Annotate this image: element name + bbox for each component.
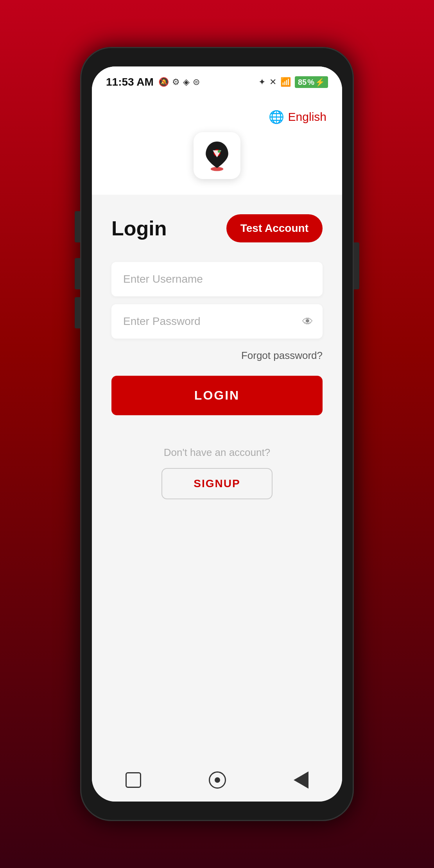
forgot-password-link[interactable]: Forgot password? — [111, 350, 323, 362]
login-button[interactable]: LOGIN — [111, 376, 323, 415]
status-left: 11:53 AM 🔕 ⚙ ◈ ⊜ — [106, 76, 200, 88]
status-right: ✦ ✕ 📶 85 % ⚡ — [258, 76, 328, 88]
battery-charge-icon: ⚡ — [315, 77, 325, 87]
logo-svg — [199, 138, 235, 173]
battery-percent: % — [307, 78, 314, 87]
test-account-button[interactable]: Test Account — [226, 214, 323, 242]
settings-icon: ⚙ — [172, 77, 180, 87]
status-bar: 11:53 AM 🔕 ⚙ ◈ ⊜ ✦ ✕ 📶 85 % ⚡ — [92, 66, 342, 98]
nav-home-circle-icon[interactable] — [209, 771, 226, 789]
battery-indicator: 85 % ⚡ — [295, 76, 328, 88]
bluetooth-icon: ✦ — [258, 77, 265, 87]
nav-back-triangle-icon[interactable] — [294, 771, 308, 789]
nav-bar — [92, 762, 342, 802]
signup-button[interactable]: SIGNUP — [161, 468, 272, 499]
language-row: 🌐 English — [108, 109, 326, 124]
battery-level: 85 — [298, 78, 307, 87]
status-time: 11:53 AM — [106, 76, 154, 88]
status-icons: 🔕 ⚙ ◈ ⊜ — [158, 77, 200, 87]
password-field-row: 👁 — [111, 304, 323, 339]
app-content: 🌐 English — [92, 98, 342, 762]
username-input[interactable] — [111, 262, 323, 296]
login-header: Login Test Account — [111, 214, 323, 242]
app-logo — [194, 132, 240, 179]
stack-icon: ⊜ — [193, 77, 200, 87]
phone-screen: 11:53 AM 🔕 ⚙ ◈ ⊜ ✦ ✕ 📶 85 % ⚡ — [92, 66, 342, 802]
nav-back-square-icon[interactable] — [126, 772, 141, 788]
globe-icon: 🌐 — [269, 109, 284, 124]
login-title: Login — [111, 217, 167, 240]
layers-icon: ◈ — [183, 77, 190, 87]
svg-point-3 — [218, 150, 221, 153]
vibrate-icon: 🔕 — [158, 77, 169, 87]
signup-section: Don't have an account? SIGNUP — [111, 447, 323, 499]
top-section: 🌐 English — [92, 98, 342, 195]
password-input[interactable] — [111, 304, 323, 339]
phone-frame: 11:53 AM 🔕 ⚙ ◈ ⊜ ✦ ✕ 📶 85 % ⚡ — [80, 47, 354, 821]
no-account-text: Don't have an account? — [164, 447, 270, 459]
signal-x-icon: ✕ — [269, 77, 276, 87]
wifi-icon: 📶 — [280, 77, 291, 87]
login-section: Login Test Account 👁 Forgot password? LO… — [92, 195, 342, 762]
language-label[interactable]: English — [288, 110, 326, 124]
show-password-icon[interactable]: 👁 — [302, 315, 313, 328]
